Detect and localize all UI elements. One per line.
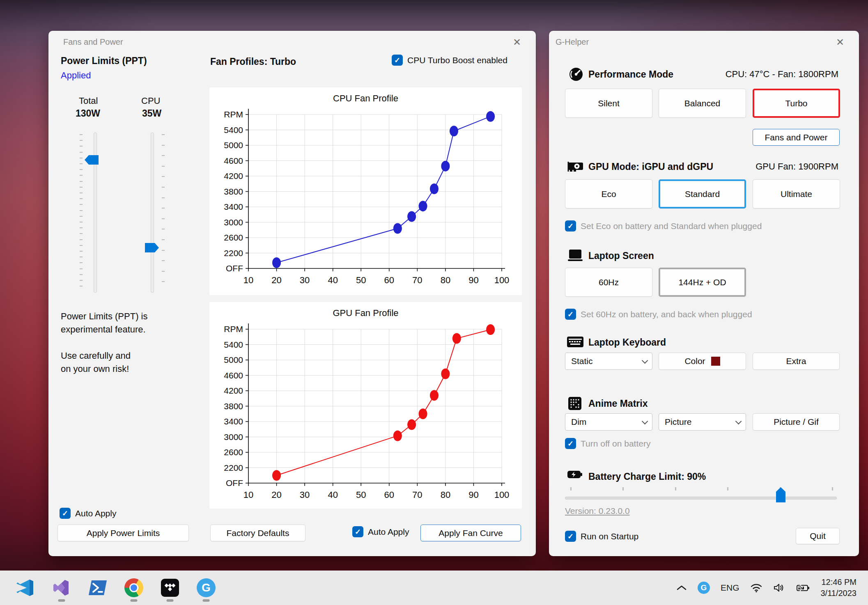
matrix-battery-checkbox[interactable]: ✓ Turn off on battery [565,438,650,449]
apply-fan-curve-button[interactable]: Apply Fan Curve [420,525,521,541]
balanced-mode-button[interactable]: Balanced [659,89,746,118]
svg-text:20: 20 [271,275,281,285]
svg-text:40: 40 [328,275,338,285]
taskbar-powershell-icon[interactable] [83,573,113,603]
gpu-standard-button[interactable]: Standard [659,179,746,209]
close-icon[interactable]: ✕ [832,35,848,50]
close-icon[interactable]: ✕ [509,35,525,50]
keyboard-extra-button[interactable]: Extra [753,353,840,370]
refresh-60hz-button[interactable]: 60Hz [565,268,652,297]
tray-language[interactable]: ENG [721,583,739,593]
performance-gauge-icon [569,67,583,82]
fans-and-power-button[interactable]: Fans and Power [753,129,840,146]
svg-text:20: 20 [271,490,281,500]
version-link[interactable]: Version: 0.23.0.0 [565,506,630,516]
window-title: G-Helper [556,37,589,47]
svg-text:4600: 4600 [224,371,243,380]
svg-text:30: 30 [300,490,310,500]
svg-text:OFF: OFF [226,478,243,488]
svg-text:40: 40 [328,490,338,500]
svg-text:60: 60 [384,490,394,500]
total-label: Total [79,96,98,106]
svg-text:90: 90 [468,490,478,500]
tray-chevron-up-icon[interactable] [676,584,687,591]
laptop-screen-heading: Laptop Screen [588,250,654,261]
svg-text:100: 100 [494,275,510,285]
svg-text:2200: 2200 [224,248,243,258]
quit-button[interactable]: Quit [796,528,840,544]
checkbox-checked-icon: ✓ [565,438,576,449]
battery-charging-icon[interactable] [796,583,810,593]
power-limits-status: Applied [61,70,91,81]
taskbar-tidal-icon[interactable] [155,573,185,603]
svg-text:10: 10 [243,490,253,500]
silent-mode-button[interactable]: Silent [565,89,652,118]
taskbar-chrome-icon[interactable] [119,573,149,603]
battery-limit-heading: Battery Charge Limit: 90% [588,471,706,482]
eco-on-battery-checkbox[interactable]: ✓ Set Eco on battery and Standard when p… [565,220,762,231]
svg-text:5400: 5400 [224,125,243,135]
color-swatch [711,357,720,366]
g-helper-window: G-Helper ✕ Performance Mode CPU: 47°C - … [549,31,859,556]
svg-text:2600: 2600 [224,447,243,457]
svg-text:50: 50 [356,490,366,500]
apply-power-limits-button[interactable]: Apply Power Limits [57,525,189,541]
cpu-fan-profile-chart[interactable]: CPU Fan ProfileRPM5400500046004200380034… [209,87,522,295]
fans-power-window: Fans and Power ✕ Power Limits (PPT) Appl… [48,31,536,556]
gpu-ultimate-button[interactable]: Ultimate [753,179,840,209]
screen-60hz-battery-checkbox[interactable]: ✓ Set 60Hz on battery, and back when plu… [565,309,752,320]
cpu-turbo-boost-checkbox[interactable]: ✓ CPU Turbo Boost enabled [392,55,507,66]
cpu-slider-thumb[interactable] [145,243,159,252]
taskbar: G G ENG 12:46 PM 3/11/2023 [0,571,868,605]
gpu-eco-button[interactable]: Eco [565,179,652,209]
run-on-startup-checkbox[interactable]: ✓ Run on Startup [565,531,638,542]
tray-g-helper-icon[interactable]: G [698,582,710,594]
svg-text:30: 30 [300,275,310,285]
cpu-fan-status: CPU: 47°C - Fan: 1800RPM [726,69,838,80]
battery-slider-track[interactable] [565,497,837,500]
volume-icon[interactable] [773,583,785,593]
factory-defaults-button[interactable]: Factory Defaults [210,525,305,541]
chevron-down-icon [642,418,648,424]
keyboard-mode-dropdown[interactable]: Static [565,353,652,370]
turbo-mode-button[interactable]: Turbo [753,89,840,118]
laptop-keyboard-heading: Laptop Keyboard [588,337,666,348]
gpu-fan-profile-chart[interactable]: GPU Fan ProfileRPM5400500046004200380034… [209,302,522,509]
taskbar-vscode-icon[interactable] [11,573,40,603]
auto-apply-fan-checkbox[interactable]: ✓ Auto Apply [352,526,409,537]
svg-text:4600: 4600 [224,156,243,165]
svg-text:3400: 3400 [224,417,243,426]
checkbox-checked-icon: ✓ [565,309,576,320]
svg-text:3400: 3400 [224,202,243,211]
gpu-card-icon [567,159,584,173]
matrix-mode-dropdown[interactable]: Picture [659,413,746,431]
keyboard-icon [566,335,584,348]
cpu-slider-ticks [162,134,165,291]
svg-text:2600: 2600 [224,233,243,242]
cpu-label: CPU [141,96,160,106]
battery-slider-ticks [570,487,833,490]
svg-text:4200: 4200 [224,171,243,181]
svg-text:CPU Fan Profile: CPU Fan Profile [333,93,398,103]
cpu-value: 35W [142,108,161,119]
anime-matrix-icon [568,396,582,410]
svg-text:50: 50 [356,275,366,285]
svg-text:70: 70 [412,490,422,500]
cpu-slider-track[interactable] [151,133,154,293]
power-limits-note: Power Limits (PPT) is experimental featu… [61,310,147,376]
power-limits-heading: Power Limits (PPT) [61,55,147,66]
total-slider-thumb[interactable] [85,155,99,165]
svg-text:5000: 5000 [224,140,243,150]
matrix-brightness-dropdown[interactable]: Dim [565,413,652,431]
svg-text:70: 70 [412,275,422,285]
tray-clock[interactable]: 12:46 PM 3/11/2023 [821,577,857,599]
refresh-144hz-button[interactable]: 144Hz + OD [659,268,746,297]
taskbar-g-helper-icon[interactable]: G [191,573,221,603]
taskbar-visual-studio-icon[interactable] [47,573,76,603]
svg-text:3000: 3000 [224,218,243,227]
picture-gif-button[interactable]: Picture / Gif [753,413,840,431]
auto-apply-power-checkbox[interactable]: ✓ Auto Apply [60,508,116,519]
wifi-icon[interactable] [750,583,762,593]
running-indicator [167,599,174,602]
keyboard-color-button[interactable]: Color [659,353,746,370]
